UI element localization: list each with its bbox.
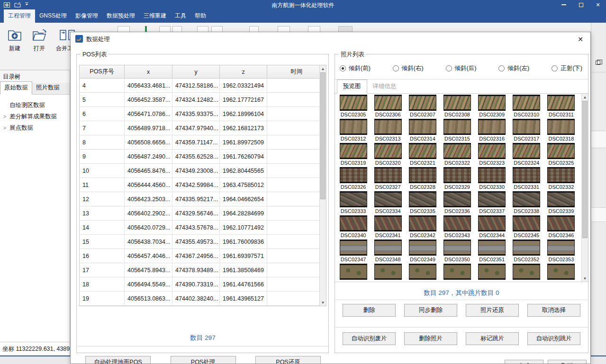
photo-thumbnail[interactable] (409, 119, 436, 135)
table-row[interactable]: 174056475.8943...474378.93489...1961.385… (80, 263, 326, 277)
photo-thumbnail[interactable] (340, 240, 367, 256)
photo-item[interactable]: DSC02318 (544, 119, 579, 143)
table-row[interactable]: 144056420.0729...474343.57678...1962.107… (80, 221, 326, 235)
photo-item[interactable]: DSC02319 (336, 143, 371, 167)
chevron-right-icon[interactable]: > (0, 114, 9, 119)
chevron-right-icon[interactable]: > (0, 125, 9, 131)
table-row[interactable]: 164056457.4046...474367.24956...1961.693… (80, 249, 326, 263)
photo-item-partial[interactable] (371, 264, 405, 282)
menu-tab-3[interactable]: 影像管理 (71, 9, 102, 23)
photo-thumbnail[interactable] (443, 95, 471, 111)
photo-thumbnail[interactable] (478, 143, 506, 159)
photo-item[interactable]: DSC02307 (405, 95, 440, 119)
photo-thumbnail[interactable] (443, 240, 471, 256)
table-row[interactable]: 54056452.3587...474324.12482...1962.1777… (80, 93, 326, 107)
photo-thumbnail[interactable] (547, 167, 575, 183)
photo-item[interactable]: DSC02326 (336, 167, 371, 191)
photo-item[interactable]: DSC02348 (371, 240, 405, 264)
photo-thumbnail[interactable] (409, 264, 436, 280)
toolbar-new-button[interactable]: 新建 (5, 27, 25, 53)
photo-thumbnail[interactable] (513, 215, 540, 231)
scroll-up-icon[interactable]: ▲ (320, 65, 326, 72)
photo-thumbnail[interactable] (513, 264, 540, 280)
photo-item[interactable]: DSC02305 (336, 95, 371, 119)
photo-thumbnail[interactable] (478, 119, 506, 135)
photo-thumbnail[interactable] (340, 191, 367, 207)
orientation-radio[interactable]: 倾斜(右) (393, 64, 424, 72)
photo-item[interactable]: DSC02322 (440, 143, 474, 167)
photo-button-row1-4[interactable]: 取消选择 (527, 304, 580, 317)
photo-item[interactable]: DSC02310 (509, 95, 544, 119)
photo-thumbnail[interactable] (443, 119, 471, 135)
sidebar-tab-2[interactable]: 照片数据 (32, 82, 63, 94)
tree-item[interactable]: >展点数据 (0, 122, 70, 133)
photo-item[interactable]: DSC02345 (509, 215, 544, 240)
photo-scrollbar-thumb[interactable] (582, 101, 588, 238)
photo-item[interactable]: DSC02352 (509, 240, 544, 264)
photo-thumbnail[interactable] (374, 119, 402, 135)
photo-item[interactable]: DSC02344 (475, 215, 509, 240)
tree-item[interactable]: 自绘测区数据 (0, 99, 70, 111)
photo-item[interactable]: DSC02321 (405, 143, 440, 167)
photo-thumbnail[interactable] (547, 264, 575, 280)
radio-icon[interactable] (498, 65, 505, 71)
photo-item[interactable]: DSC02349 (405, 240, 440, 264)
pos-column-header[interactable]: POS序号 (80, 65, 125, 78)
photo-item[interactable]: DSC02334 (371, 191, 405, 215)
photo-button-row1-1[interactable]: 删除 (343, 304, 396, 317)
table-row[interactable]: 84056508.6656...474359.71147...1961.8997… (80, 135, 326, 150)
table-row[interactable]: 104056465.8476...474349.23008...1962.804… (80, 164, 326, 178)
photo-thumbnail[interactable] (513, 167, 540, 183)
photo-item[interactable]: DSC02315 (440, 119, 474, 143)
photo-thumbnail[interactable] (340, 167, 367, 183)
menu-tab-7[interactable]: 帮助 (190, 9, 210, 23)
photo-thumbnail[interactable] (478, 264, 506, 280)
photo-thumbnail[interactable] (443, 264, 471, 280)
photo-thumbnail[interactable] (340, 119, 367, 135)
photo-item[interactable]: DSC02309 (475, 95, 509, 119)
photo-item[interactable]: DSC02325 (544, 143, 579, 167)
photo-item[interactable]: DSC02311 (544, 95, 579, 119)
photo-thumbnail[interactable] (409, 167, 436, 183)
photo-item[interactable]: DSC02335 (405, 191, 440, 215)
photo-item[interactable]: DSC02347 (336, 240, 371, 264)
photo-thumbnail[interactable] (409, 143, 436, 159)
photo-thumbnail[interactable] (513, 240, 540, 256)
photo-thumbnail[interactable] (478, 240, 506, 256)
photo-item[interactable]: DSC02329 (440, 167, 474, 191)
photo-button-row2-4[interactable]: 自动识别跳片 (527, 332, 580, 345)
photo-item[interactable]: DSC02330 (475, 167, 509, 191)
photo-button-row2-3[interactable]: 标记跳片 (466, 332, 519, 345)
photo-thumbnail[interactable] (374, 143, 402, 159)
radio-icon[interactable] (446, 65, 452, 71)
photo-thumbnail[interactable] (374, 191, 402, 207)
photo-button-row1-3[interactable]: 照片还原 (466, 304, 519, 317)
photo-thumbnail[interactable] (547, 95, 575, 111)
photo-thumbnail[interactable] (409, 191, 436, 207)
photo-item[interactable]: DSC02353 (544, 240, 579, 264)
photo-thumbnail[interactable] (374, 240, 402, 256)
photo-thumbnail[interactable] (374, 215, 402, 231)
photo-thumbnail[interactable] (443, 167, 471, 183)
photo-item[interactable]: DSC02314 (405, 119, 440, 143)
table-row[interactable]: 184056494.5549...474390.73319...1961.447… (80, 277, 326, 292)
photo-thumbnail[interactable] (547, 215, 575, 231)
dialog-close-icon[interactable]: ✕ (574, 34, 587, 44)
table-row[interactable]: 94056487.2490...474355.62528...1961.7626… (80, 150, 326, 164)
photo-thumbnail[interactable] (478, 191, 506, 207)
pos-scrollbar-thumb[interactable] (320, 72, 326, 199)
photo-item-partial[interactable] (336, 264, 371, 282)
table-row[interactable]: 194056513.0863...474402.38240...1961.439… (80, 292, 326, 306)
photo-item[interactable]: DSC02351 (475, 240, 509, 264)
table-row[interactable]: 74056489.9718...474347.97940...1962.1681… (80, 121, 326, 135)
photo-item[interactable]: DSC02327 (371, 167, 405, 191)
table-row[interactable]: 64056471.0786...474335.93375...1962.1899… (80, 107, 326, 121)
photo-button-row2-1[interactable]: 自动识别废片 (343, 332, 396, 345)
pos-column-header[interactable]: y (172, 65, 220, 78)
photo-thumbnail[interactable] (340, 215, 367, 231)
photo-item[interactable]: DSC02333 (336, 191, 371, 215)
photo-thumbnail[interactable] (443, 143, 471, 159)
table-row[interactable]: 44056433.4681...474312.58186...1962.0332… (80, 79, 326, 93)
photo-thumbnail[interactable] (340, 95, 367, 111)
photo-thumbnail[interactable] (409, 95, 436, 111)
